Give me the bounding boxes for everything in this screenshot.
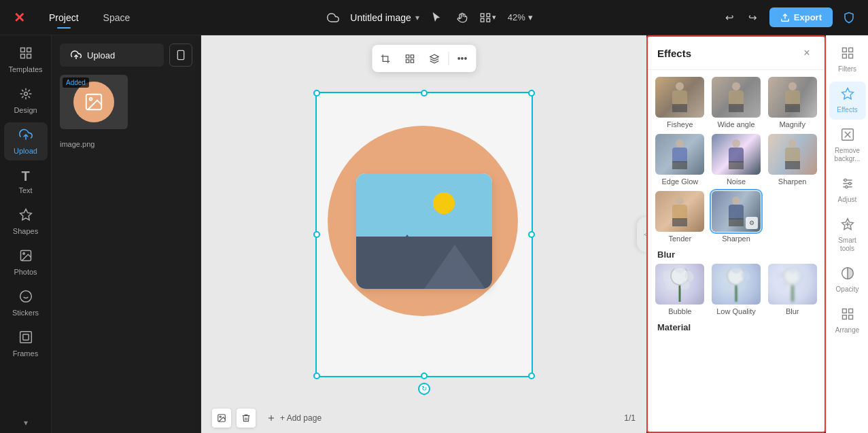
sidebar-item-frames[interactable]: Frames bbox=[4, 325, 48, 363]
hand-tool-button[interactable] bbox=[451, 6, 474, 29]
effect-sharpen[interactable]: Sharpen bbox=[767, 134, 818, 186]
effect-tender[interactable]: Tender bbox=[655, 191, 706, 243]
rotate-handle[interactable]: ↻ bbox=[418, 383, 430, 395]
effects-blur-row: Bubble bbox=[655, 264, 818, 315]
more-options-button[interactable]: ••• bbox=[451, 48, 473, 69]
upload-icon bbox=[19, 128, 33, 145]
svg-rect-3 bbox=[487, 18, 490, 22]
undo-button[interactable]: ↩ bbox=[719, 7, 741, 29]
effects-row-3: Tender ⚙ Sharpen bbox=[655, 191, 818, 243]
page-counter: 1/1 bbox=[624, 413, 636, 423]
effects-body: Fisheye Wide angle bbox=[648, 70, 824, 432]
right-tool-arrange[interactable]: Arrange bbox=[829, 302, 866, 340]
zoom-value: 42% bbox=[508, 12, 525, 22]
effects-icon bbox=[841, 87, 854, 104]
arrange-icon bbox=[841, 307, 854, 324]
right-tool-adjust[interactable]: Adjust bbox=[829, 171, 866, 209]
sidebar-item-stickers[interactable]: Stickers bbox=[4, 284, 48, 322]
sidebar-expand-button[interactable]: ▾ bbox=[4, 418, 48, 428]
effect-label-edgeglow: Edge Glow bbox=[661, 177, 698, 186]
document-title: Untitled image bbox=[350, 12, 411, 23]
smarttools-icon bbox=[841, 218, 854, 235]
shield-button[interactable] bbox=[838, 7, 860, 29]
right-tool-removebg[interactable]: Remove backgr... bbox=[829, 122, 866, 169]
handle-bot-left[interactable] bbox=[313, 373, 320, 379]
nav-project[interactable]: Project bbox=[38, 8, 90, 27]
nav-space[interactable]: Space bbox=[92, 8, 141, 27]
zoom-control[interactable]: 42% ▾ bbox=[502, 10, 538, 25]
effect-lowquality[interactable]: Low Quality bbox=[711, 264, 762, 315]
zoom-chevron-icon: ▾ bbox=[528, 12, 533, 22]
sidebar-item-text[interactable]: T Text bbox=[4, 163, 48, 200]
redo-button[interactable]: ↪ bbox=[742, 7, 764, 29]
svg-point-33 bbox=[674, 265, 685, 273]
svg-point-13 bbox=[22, 253, 24, 255]
blur-section-title: Blur bbox=[655, 243, 818, 264]
save-to-library-button[interactable] bbox=[212, 409, 231, 428]
effect-label-fisheye: Fisheye bbox=[667, 120, 693, 128]
effect-wideangle[interactable]: Wide angle bbox=[711, 77, 762, 128]
right-tool-opacity[interactable]: Opacity bbox=[829, 261, 866, 299]
handle-mid-right[interactable] bbox=[528, 231, 535, 238]
design-icon bbox=[19, 87, 33, 104]
effects-row-2: Edge Glow Noise Sh bbox=[655, 134, 818, 186]
cloud-save-button[interactable] bbox=[322, 6, 345, 29]
effect-thumb-wideangle bbox=[712, 77, 761, 118]
svg-rect-18 bbox=[22, 334, 28, 340]
export-button[interactable]: Export bbox=[769, 7, 833, 27]
effects-panel-title: Effects bbox=[657, 48, 691, 59]
handle-top-right[interactable] bbox=[528, 90, 535, 97]
effect-thumb-blur bbox=[768, 264, 817, 305]
upload-button-label: Upload bbox=[87, 50, 115, 60]
effect-blur[interactable]: Blur bbox=[767, 264, 818, 315]
handle-bot-mid[interactable] bbox=[421, 373, 428, 379]
removebg-icon bbox=[841, 128, 854, 145]
effect-edgeglow[interactable]: Edge Glow bbox=[655, 134, 706, 186]
effect-thumb-edgeglow bbox=[655, 134, 704, 175]
title-chevron-icon: ▾ bbox=[415, 13, 419, 22]
right-tool-effects[interactable]: Effects bbox=[829, 82, 866, 120]
handle-top-mid[interactable] bbox=[421, 90, 428, 97]
view-options-button[interactable]: ▾ bbox=[476, 6, 500, 29]
right-tool-filters[interactable]: Filters bbox=[829, 41, 866, 79]
canvas-area[interactable]: Page 1 ••• bbox=[201, 35, 646, 433]
grid-view-button[interactable] bbox=[399, 48, 421, 69]
svg-point-43 bbox=[787, 265, 798, 273]
uploaded-image-item[interactable]: Added bbox=[60, 75, 128, 129]
effect-label-sharpen: Sharpen bbox=[778, 177, 807, 186]
effect-magnify[interactable]: Magnify bbox=[767, 77, 818, 128]
upload-controls: Upload bbox=[60, 44, 192, 67]
handle-bot-right[interactable] bbox=[528, 373, 535, 379]
canvas-toolbar: ••• bbox=[372, 45, 476, 72]
handle-top-left[interactable] bbox=[313, 90, 320, 97]
right-tool-label-filters: Filters bbox=[838, 65, 856, 73]
mobile-upload-button[interactable] bbox=[169, 44, 192, 67]
sidebar-item-templates[interactable]: Templates bbox=[4, 41, 48, 79]
delete-button[interactable] bbox=[237, 409, 256, 428]
sidebar-item-design[interactable]: Design bbox=[4, 82, 48, 120]
toolbar-divider bbox=[448, 52, 449, 65]
sidebar-item-upload[interactable]: Upload bbox=[4, 122, 48, 160]
topbar-tools: ▾ 42% ▾ bbox=[425, 6, 538, 29]
effect-fisheye[interactable]: Fisheye bbox=[655, 77, 706, 128]
effect-noise[interactable]: Noise bbox=[711, 134, 762, 186]
layers-button[interactable] bbox=[423, 48, 445, 69]
effects-close-button[interactable]: × bbox=[799, 45, 815, 61]
sidebar-item-shapes[interactable]: Shapes bbox=[4, 203, 48, 241]
right-tool-smarttools[interactable]: Smart tools bbox=[829, 212, 866, 258]
add-page-button[interactable]: + Add page bbox=[261, 411, 327, 426]
app-logo[interactable]: ✕ bbox=[8, 7, 30, 29]
image-filename: image.png bbox=[60, 140, 192, 148]
svg-rect-63 bbox=[842, 315, 846, 319]
crop-button[interactable] bbox=[375, 48, 396, 69]
collapse-panel-button[interactable]: ◁ bbox=[637, 217, 646, 252]
handle-mid-left[interactable] bbox=[313, 231, 320, 238]
frames-icon bbox=[19, 330, 33, 347]
sidebar-item-photos[interactable]: Photos bbox=[4, 243, 48, 281]
sidebar-label-frames: Frames bbox=[13, 349, 38, 358]
document-title-area[interactable]: Untitled image ▾ bbox=[350, 12, 419, 23]
select-tool-button[interactable] bbox=[425, 6, 448, 29]
effect-sharpen2[interactable]: ⚙ Sharpen bbox=[711, 191, 762, 243]
effect-bubble[interactable]: Bubble bbox=[655, 264, 706, 315]
upload-button[interactable]: Upload bbox=[60, 44, 164, 67]
